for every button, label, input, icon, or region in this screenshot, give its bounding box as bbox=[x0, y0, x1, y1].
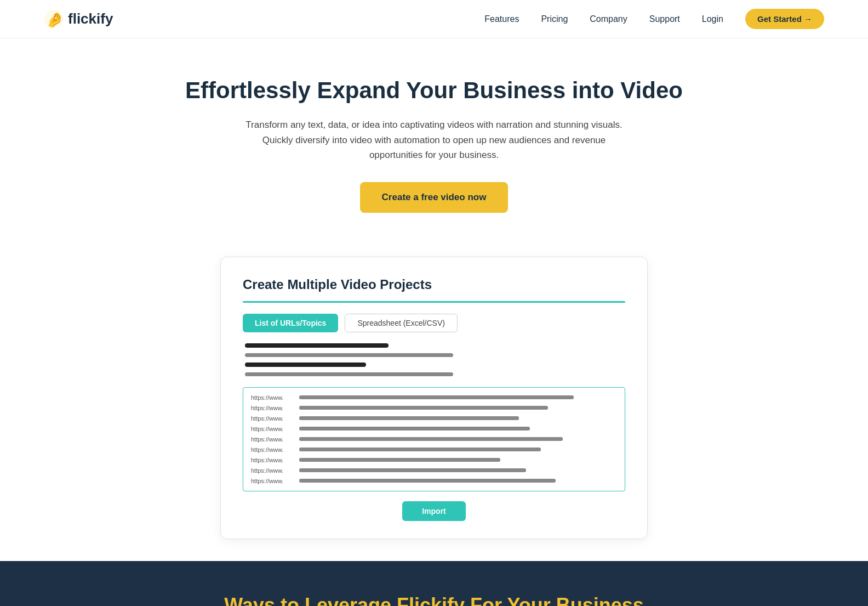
url-row-3: https://www. bbox=[251, 415, 617, 422]
url-row-7: https://www. bbox=[251, 457, 617, 463]
url-bar-7 bbox=[299, 458, 500, 462]
url-row-8: https://www. bbox=[251, 467, 617, 474]
url-bar-3 bbox=[299, 416, 519, 420]
url-label-5: https://www. bbox=[251, 436, 295, 443]
text-line-3 bbox=[245, 363, 366, 367]
logo[interactable]: 🤌 flickify bbox=[44, 9, 113, 29]
logo-text: flickify bbox=[68, 10, 113, 27]
url-bar-4 bbox=[299, 427, 530, 431]
text-content-lines bbox=[243, 343, 625, 376]
nav-link-features[interactable]: Features bbox=[484, 14, 519, 24]
import-button[interactable]: Import bbox=[402, 501, 466, 521]
nav-link-login[interactable]: Login bbox=[702, 14, 723, 24]
url-row-1: https://www. bbox=[251, 394, 617, 401]
nav-link-support[interactable]: Support bbox=[649, 14, 680, 24]
url-row-5: https://www. bbox=[251, 436, 617, 443]
url-bar-8 bbox=[299, 468, 526, 472]
hero-section: Effortlessly Expand Your Business into V… bbox=[0, 38, 868, 240]
url-label-6: https://www. bbox=[251, 446, 295, 453]
bottom-section: Ways to Leverage Flickify For Your Busin… bbox=[0, 561, 868, 606]
demo-tabs: List of URLs/Topics Spreadsheet (Excel/C… bbox=[243, 314, 625, 332]
navbar: 🤌 flickify Features Pricing Company Supp… bbox=[0, 0, 868, 38]
svg-text:🤌: 🤌 bbox=[46, 11, 64, 29]
tab-urls-topics[interactable]: List of URLs/Topics bbox=[243, 314, 338, 332]
bottom-title: Ways to Leverage Flickify For Your Busin… bbox=[44, 594, 824, 606]
url-bar-2 bbox=[299, 406, 548, 410]
text-line-2 bbox=[245, 353, 453, 357]
url-row-2: https://www. bbox=[251, 405, 617, 411]
url-row-9: https://www. bbox=[251, 478, 617, 484]
url-bar-5 bbox=[299, 437, 563, 441]
import-row: Import bbox=[243, 501, 625, 521]
url-bar-1 bbox=[299, 395, 574, 399]
text-line-1 bbox=[245, 343, 389, 348]
url-label-3: https://www. bbox=[251, 415, 295, 422]
demo-card: Create Multiple Video Projects List of U… bbox=[220, 257, 648, 539]
nav-link-pricing[interactable]: Pricing bbox=[541, 14, 568, 24]
logo-icon: 🤌 bbox=[44, 9, 64, 29]
demo-card-title: Create Multiple Video Projects bbox=[243, 277, 625, 292]
nav-link-company[interactable]: Company bbox=[590, 14, 627, 24]
tab-spreadsheet[interactable]: Spreadsheet (Excel/CSV) bbox=[345, 314, 458, 332]
demo-divider bbox=[243, 301, 625, 303]
url-label-8: https://www. bbox=[251, 467, 295, 474]
url-row-6: https://www. bbox=[251, 446, 617, 453]
url-list-box: https://www. https://www. https://www. h… bbox=[243, 387, 625, 491]
create-video-button[interactable]: Create a free video now bbox=[360, 182, 509, 213]
demo-wrapper: Create Multiple Video Projects List of U… bbox=[0, 240, 868, 539]
url-label-9: https://www. bbox=[251, 478, 295, 484]
url-label-1: https://www. bbox=[251, 394, 295, 401]
hero-title: Effortlessly Expand Your Business into V… bbox=[44, 77, 824, 104]
url-bar-9 bbox=[299, 479, 556, 483]
get-started-button[interactable]: Get Started → bbox=[745, 9, 824, 29]
text-line-4 bbox=[245, 372, 453, 376]
url-label-2: https://www. bbox=[251, 405, 295, 411]
url-bar-6 bbox=[299, 448, 541, 451]
nav-links: Features Pricing Company Support Login G… bbox=[484, 9, 824, 29]
url-label-7: https://www. bbox=[251, 457, 295, 463]
url-row-4: https://www. bbox=[251, 426, 617, 432]
hero-subtitle: Transform any text, data, or idea into c… bbox=[242, 117, 626, 162]
url-label-4: https://www. bbox=[251, 426, 295, 432]
